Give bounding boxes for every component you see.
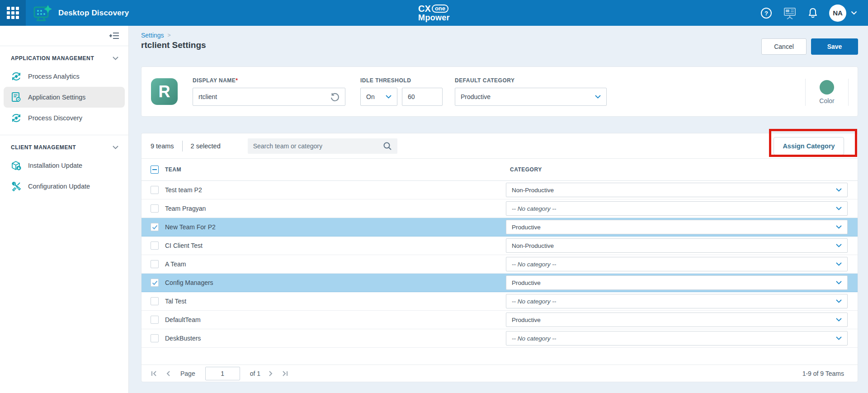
teams-count: 9 teams	[151, 142, 174, 150]
desktop-discovery-logo-icon	[33, 4, 53, 22]
sidebar-item-process-discovery[interactable]: Process Discovery	[4, 108, 125, 128]
display-name-field[interactable]: rtclient	[193, 88, 345, 106]
team-row[interactable]: Test team P2Non-Productive	[142, 181, 858, 199]
color-swatch	[820, 80, 834, 95]
idle-threshold-toggle-select[interactable]: On	[360, 88, 397, 106]
app-title: Desktop Discovery	[58, 9, 129, 18]
team-column-header: TEAM	[165, 166, 181, 173]
search-input[interactable]	[253, 142, 383, 150]
search-icon[interactable]	[383, 142, 392, 151]
chevron-down-icon	[836, 318, 842, 322]
category-select[interactable]: Non-Productive	[506, 238, 848, 253]
cancel-button[interactable]: Cancel	[761, 38, 807, 55]
top-bar: Desktop Discovery CXone Mpower ? NA	[0, 0, 868, 26]
category-select[interactable]: -- No category --	[506, 294, 848, 308]
team-name: Test team P2	[165, 186, 202, 194]
row-checkbox[interactable]	[151, 260, 159, 268]
first-page-icon[interactable]	[151, 370, 158, 377]
page-of-label: of 1	[250, 370, 260, 377]
page-number-input[interactable]	[205, 367, 240, 380]
category-select[interactable]: -- No category --	[506, 257, 848, 271]
team-row[interactable]: New Team For P2Productive	[142, 218, 858, 237]
reset-icon[interactable]	[330, 92, 340, 102]
row-checkbox[interactable]	[151, 334, 159, 342]
process-discovery-icon	[11, 113, 22, 123]
chevron-down-icon	[113, 146, 118, 149]
team-search	[248, 138, 397, 154]
teams-panel: 9 teams 2 selected Assign Category TEAM …	[141, 133, 858, 382]
row-checkbox[interactable]	[151, 279, 159, 287]
team-row[interactable]: Team Pragyan-- No category --	[142, 199, 858, 218]
chevron-down-icon	[836, 336, 842, 340]
sidebar-item-installation-update[interactable]: Installation Update	[4, 155, 125, 176]
default-category-label: DEFAULT CATEGORY	[455, 77, 607, 84]
team-row[interactable]: CI Client TestNon-Productive	[142, 237, 858, 255]
team-name: A Team	[165, 260, 186, 268]
category-select[interactable]: -- No category --	[506, 331, 848, 346]
application-settings-icon	[11, 92, 22, 103]
selected-count: 2 selected	[191, 142, 221, 150]
last-page-icon[interactable]	[281, 370, 288, 377]
sidebar-item-configuration-update[interactable]: Configuration Update	[4, 176, 125, 197]
pagination-bar: Page of 1 1-9 of 9 Teams	[142, 365, 858, 382]
presentation-icon[interactable]	[783, 7, 797, 19]
category-select[interactable]: Productive	[506, 275, 848, 290]
row-checkbox[interactable]	[151, 297, 159, 305]
display-name-label: DISPLAY NAME	[193, 77, 236, 84]
team-name: Config Managers	[165, 279, 213, 286]
sidebar-item-process-analytics[interactable]: Process Analytics	[4, 66, 125, 87]
section-application-management[interactable]: APPLICATION MANAGEMENT	[0, 55, 128, 62]
color-picker[interactable]: Color	[805, 79, 849, 106]
sidebar-collapse-icon[interactable]	[109, 32, 119, 40]
notifications-bell-icon[interactable]	[807, 7, 818, 19]
team-row[interactable]: DeskBusters-- No category --	[142, 329, 858, 348]
sidebar: APPLICATION MANAGEMENT Process Analytics…	[0, 26, 129, 393]
client-avatar: R	[151, 78, 178, 105]
svg-text:?: ?	[764, 10, 768, 17]
process-analytics-icon	[11, 71, 22, 82]
team-name: DefaultTeam	[165, 316, 201, 323]
team-name: Tal Test	[165, 298, 186, 305]
sidebar-item-application-settings[interactable]: Application Settings	[4, 87, 125, 108]
client-settings-card: R DISPLAY NAME* rtclient IDLE THRESHOLD …	[141, 66, 858, 117]
rows-range-label: 1-9 of 9 Teams	[802, 370, 844, 377]
user-avatar[interactable]: NA	[829, 5, 846, 22]
row-checkbox[interactable]	[151, 204, 159, 213]
chevron-down-icon	[836, 207, 842, 210]
default-category-select[interactable]: Productive	[455, 88, 607, 106]
save-button[interactable]: Save	[811, 38, 858, 55]
chevron-down-icon	[836, 262, 842, 266]
row-checkbox[interactable]	[151, 316, 159, 324]
team-table-body: Test team P2Non-ProductiveTeam Pragyan--…	[142, 181, 858, 348]
category-select[interactable]: Non-Productive	[506, 183, 848, 197]
app-launcher-button[interactable]	[0, 0, 26, 26]
select-all-checkbox[interactable]	[151, 166, 159, 174]
team-row[interactable]: Config ManagersProductive	[142, 274, 858, 292]
team-row[interactable]: Tal Test-- No category --	[142, 292, 858, 311]
category-select[interactable]: Productive	[506, 313, 848, 327]
category-select[interactable]: Productive	[506, 220, 848, 234]
help-icon[interactable]: ?	[760, 7, 772, 19]
team-row[interactable]: DefaultTeamProductive	[142, 311, 858, 329]
previous-page-icon[interactable]	[166, 370, 170, 377]
idle-threshold-seconds-field[interactable]: 60	[402, 88, 443, 106]
app-grid-icon	[7, 7, 19, 19]
chevron-down-icon	[836, 188, 842, 192]
team-name: New Team For P2	[165, 223, 216, 231]
team-row[interactable]: A Team-- No category --	[142, 255, 858, 274]
breadcrumb-settings-link[interactable]: Settings	[141, 32, 164, 39]
chevron-down-icon	[836, 281, 842, 284]
next-page-icon[interactable]	[269, 370, 273, 377]
category-select[interactable]: -- No category --	[506, 201, 848, 216]
chevron-down-icon	[595, 95, 601, 99]
row-checkbox[interactable]	[151, 223, 159, 231]
user-menu-chevron-icon[interactable]	[851, 11, 857, 15]
check-icon	[152, 225, 158, 230]
assign-category-button[interactable]: Assign Category	[774, 137, 844, 155]
installation-update-icon	[11, 160, 22, 171]
row-checkbox[interactable]	[151, 186, 159, 194]
section-client-management[interactable]: CLIENT MANAGEMENT	[0, 144, 128, 151]
row-checkbox[interactable]	[151, 241, 159, 250]
category-column-header: CATEGORY	[510, 166, 542, 173]
chevron-down-icon	[836, 244, 842, 247]
